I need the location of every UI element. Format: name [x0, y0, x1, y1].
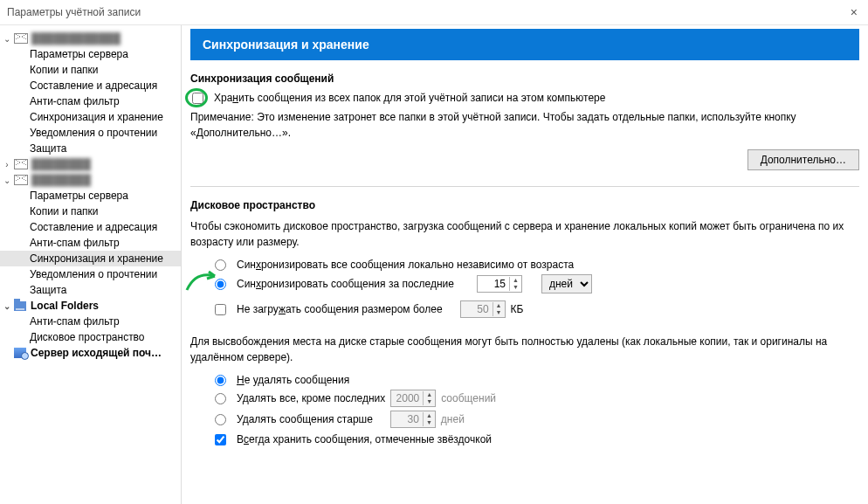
sidebar-item-antispam[interactable]: Анти-спам фильтр — [0, 235, 181, 251]
sync-section-title: Синхронизация сообщений — [190, 72, 859, 85]
outgoing-server-row[interactable]: Сервер исходящей поч… — [0, 345, 181, 361]
sidebar-item-sync[interactable]: Синхронизация и хранение — [0, 109, 181, 125]
sidebar-item-server-params[interactable]: Параметры сервера — [0, 46, 181, 62]
delete-keep-recent-radio[interactable] — [215, 393, 226, 404]
delete-keep-unit: сообщений — [441, 392, 496, 404]
account-row-1[interactable]: › ████████ — [0, 156, 181, 172]
page-title: Синхронизация и хранение — [190, 29, 859, 60]
spin-down-icon: ▼ — [424, 398, 435, 405]
content-pane: Синхронизация и хранение Синхронизация с… — [182, 25, 868, 504]
spin-up-icon: ▲ — [493, 302, 505, 309]
folder-icon — [14, 301, 26, 311]
keep-messages-label[interactable]: Хранить сообщения из всех папок для этой… — [214, 92, 605, 104]
sidebar-item-compose[interactable]: Составление и адресация — [0, 78, 181, 93]
account-label: ████████████ — [31, 32, 121, 45]
separator — [190, 186, 859, 187]
dont-download-unit: КБ — [511, 303, 524, 315]
spin-down-icon: ▼ — [493, 309, 505, 316]
delete-none-label[interactable]: Не удалять сообщения — [237, 374, 349, 386]
spin-up-icon[interactable]: ▲ — [510, 277, 521, 284]
chevron-right-icon[interactable]: › — [2, 160, 12, 169]
spin-down-icon: ▼ — [424, 419, 435, 426]
spin-up-icon: ▲ — [424, 412, 435, 419]
sidebar-item-diskspace[interactable]: Дисковое пространство — [0, 329, 181, 345]
mail-icon — [14, 159, 28, 169]
spin-up-icon: ▲ — [424, 391, 435, 398]
delete-older-unit: дней — [441, 413, 465, 425]
delete-keep-recent-label[interactable]: Удалять все, кроме последних — [237, 392, 385, 404]
dont-download-size-field — [461, 303, 493, 315]
server-icon — [14, 348, 26, 358]
sync-days-field[interactable] — [478, 278, 509, 290]
always-keep-starred-checkbox[interactable] — [215, 434, 226, 445]
mail-icon — [14, 33, 28, 44]
sidebar-item-security[interactable]: Защита — [0, 282, 181, 298]
sync-last-label[interactable]: Синхронизировать сообщения за последние — [237, 278, 454, 290]
mail-icon — [14, 175, 28, 185]
sidebar-item-server-params[interactable]: Параметры сервера — [0, 188, 181, 204]
sync-last-radio[interactable] — [215, 279, 226, 290]
delete-older-days-input: ▲▼ — [390, 411, 436, 428]
delete-keep-count-field — [391, 392, 423, 404]
dont-download-checkbox[interactable] — [215, 304, 226, 315]
sync-days-input[interactable]: ▲▼ — [477, 275, 522, 293]
dont-download-label[interactable]: Не загружать сообщения размером более — [237, 303, 443, 315]
outgoing-label: Сервер исходящей поч… — [31, 347, 162, 359]
sync-all-label[interactable]: Синхронизировать все сообщения локально … — [237, 259, 574, 271]
delete-none-radio[interactable] — [215, 375, 226, 386]
chevron-down-icon[interactable]: ⌄ — [2, 176, 12, 185]
account-row-2[interactable]: ⌄ ████████ — [0, 172, 181, 188]
close-icon[interactable]: × — [845, 3, 863, 21]
sidebar-item-security[interactable]: Защита — [0, 141, 181, 156]
account-row-0[interactable]: ⌄ ████████████ — [0, 31, 181, 46]
cleanup-intro: Для высвобождения места на диске старые … — [190, 334, 859, 365]
sidebar-item-receipts[interactable]: Уведомления о прочтении — [0, 266, 181, 282]
sidebar-item-compose[interactable]: Составление и адресация — [0, 219, 181, 235]
spin-down-icon[interactable]: ▼ — [510, 284, 521, 291]
chevron-down-icon[interactable]: ⌄ — [2, 34, 12, 44]
delete-keep-count-input: ▲▼ — [390, 390, 436, 407]
account-label: ████████ — [31, 158, 91, 170]
always-keep-starred-label[interactable]: Всегда хранить сообщения, отмеченные звё… — [237, 433, 492, 445]
advanced-button[interactable]: Дополнительно… — [747, 149, 859, 170]
sync-days-unit-select[interactable]: дней — [541, 274, 592, 293]
delete-older-days-field — [391, 413, 423, 425]
sync-all-radio[interactable] — [215, 259, 226, 271]
delete-older-label[interactable]: Удалять сообщения старше — [237, 413, 373, 425]
delete-older-radio[interactable] — [215, 414, 226, 425]
sidebar: ⌄ ████████████ Параметры сервера Копии и… — [0, 25, 182, 504]
keep-messages-checkbox[interactable] — [192, 93, 203, 104]
sync-note: Примечание: Это изменение затронет все п… — [190, 109, 859, 141]
sidebar-item-copies[interactable]: Копии и папки — [0, 204, 181, 219]
sidebar-item-receipts[interactable]: Уведомления о прочтении — [0, 125, 181, 141]
window-title: Параметры учётной записи — [7, 6, 141, 18]
sidebar-item-antispam[interactable]: Анти-спам фильтр — [0, 93, 181, 109]
chevron-down-icon[interactable]: ⌄ — [2, 301, 12, 311]
sidebar-item-sync[interactable]: Синхронизация и хранение — [0, 251, 181, 266]
dont-download-size-input: ▲▼ — [460, 300, 506, 318]
sidebar-item-antispam[interactable]: Анти-спам фильтр — [0, 314, 181, 329]
sidebar-item-copies[interactable]: Копии и папки — [0, 62, 181, 78]
local-folders-row[interactable]: ⌄ Local Folders — [0, 298, 181, 314]
disk-section-title: Дисковое пространство — [190, 199, 859, 211]
disk-intro: Чтобы сэкономить дисковое пространство, … — [190, 218, 859, 250]
titlebar: Параметры учётной записи × — [0, 0, 868, 24]
account-label: ████████ — [31, 174, 91, 186]
local-folders-label: Local Folders — [31, 300, 99, 312]
